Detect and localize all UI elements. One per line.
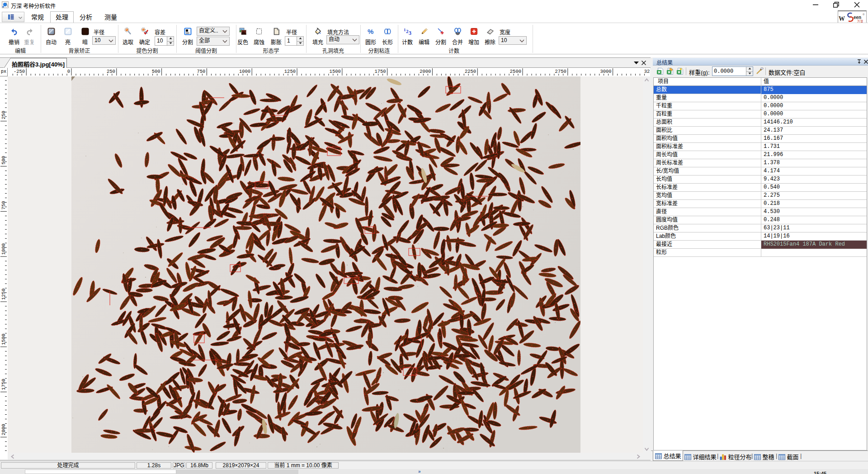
- svg-text:3000: 3000: [600, 69, 611, 74]
- svg-text:750: 750: [197, 69, 205, 74]
- svg-text:250: 250: [107, 69, 115, 74]
- svg-text:-250: -250: [14, 69, 25, 74]
- svg-text:2000: 2000: [420, 69, 431, 74]
- svg-text:een: een: [854, 15, 861, 20]
- svg-text:3250: 3250: [644, 69, 650, 74]
- svg-text:1500: 1500: [330, 69, 341, 74]
- svg-text:2000: 2000: [1, 424, 6, 435]
- svg-text:1250: 1250: [1, 289, 6, 300]
- svg-text:1000: 1000: [239, 69, 250, 74]
- svg-text:3: 3: [409, 30, 411, 35]
- svg-text:2750: 2750: [555, 69, 566, 74]
- svg-text:1250: 1250: [284, 69, 296, 74]
- svg-text:1750: 1750: [1, 379, 6, 390]
- svg-text:1000: 1000: [1, 243, 6, 255]
- svg-text:2250: 2250: [465, 69, 476, 74]
- svg-text:1750: 1750: [374, 69, 386, 74]
- svg-text:0: 0: [67, 69, 70, 74]
- svg-text:2500: 2500: [510, 69, 521, 74]
- svg-text:1500: 1500: [1, 334, 6, 345]
- svg-text:®: ®: [863, 13, 865, 16]
- svg-text:%: %: [368, 28, 373, 35]
- svg-text:500: 500: [152, 69, 160, 74]
- svg-text:W: W: [839, 15, 845, 22]
